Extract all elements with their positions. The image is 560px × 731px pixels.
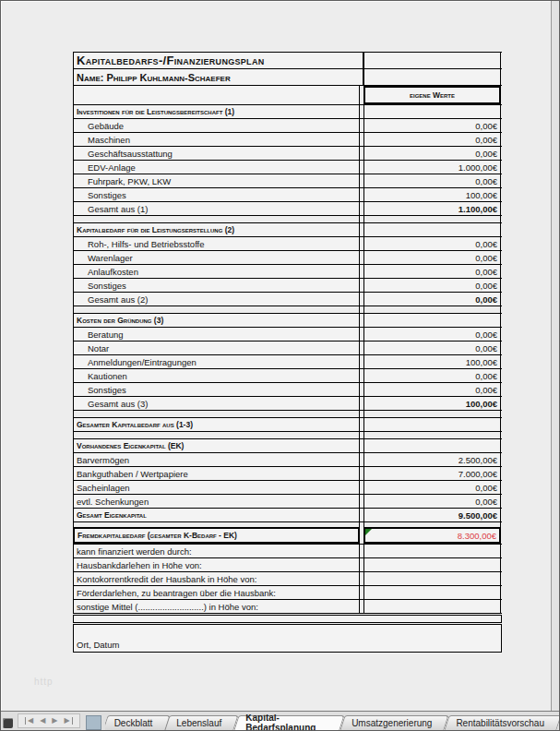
empty-cell[interactable] bbox=[73, 616, 502, 622]
value-cell[interactable]: 0,00€ bbox=[363, 293, 501, 306]
sheet-tab-lebenslauf[interactable]: Lebenslauf bbox=[167, 715, 236, 730]
value-cell[interactable] bbox=[363, 558, 501, 571]
tab-split-handle[interactable] bbox=[86, 715, 101, 730]
value-cell[interactable] bbox=[363, 223, 501, 236]
value-cell[interactable]: 0,00€ bbox=[363, 279, 501, 292]
label-cell[interactable]: Gebäude bbox=[73, 119, 360, 132]
label-cell[interactable]: Name: Philipp Kuhlmann-Schaefer bbox=[73, 69, 363, 85]
label-cell[interactable]: Kapitalbedarf für die Leistungserstellun… bbox=[73, 223, 360, 236]
label-cell[interactable] bbox=[73, 411, 360, 417]
label-cell[interactable]: Kosten der Gründung (3) bbox=[73, 314, 360, 327]
value-cell[interactable]: 0,00€ bbox=[363, 237, 501, 250]
label-cell[interactable]: Kapitalbedarfs-/Finanzierungsplan bbox=[73, 53, 363, 68]
label-cell[interactable]: Sonstiges bbox=[73, 279, 360, 292]
value-cell[interactable] bbox=[363, 306, 501, 313]
value-cell[interactable] bbox=[363, 411, 501, 417]
value-cell[interactable]: 0,00€ bbox=[363, 265, 501, 278]
label-cell[interactable] bbox=[73, 216, 360, 222]
value-cell[interactable] bbox=[363, 572, 501, 585]
sheet-tab-kapital-bedarfsplanung[interactable]: Kapital-Bedarfsplanung bbox=[236, 715, 342, 730]
label-cell[interactable]: Förderdarlehen, zu beantragen über die H… bbox=[73, 586, 360, 599]
sheet-tab-deckblatt[interactable]: Deckblatt bbox=[105, 715, 168, 730]
label-cell[interactable]: Warenlager bbox=[73, 251, 360, 264]
value-cell[interactable] bbox=[363, 600, 501, 613]
value-cell[interactable]: 1.000,00€ bbox=[363, 161, 501, 174]
value-cell[interactable]: 100,00€ bbox=[363, 397, 501, 410]
label-cell[interactable]: Gesamter Kapitalbedarf aus (1-3) bbox=[73, 418, 360, 431]
value-cell[interactable]: 2.500,00€ bbox=[363, 453, 501, 466]
label-cell[interactable]: Beratung bbox=[73, 328, 360, 341]
label-cell[interactable]: Barvermögen bbox=[73, 453, 360, 466]
value-cell[interactable] bbox=[363, 418, 501, 431]
sheet-tab-umsatzgenerierung[interactable]: Umsatzgenerierung bbox=[342, 715, 447, 730]
value-cell[interactable]: 8.300,00€ bbox=[363, 527, 501, 544]
label-cell[interactable]: Investitionen für die Leistungsbereitsch… bbox=[73, 105, 360, 118]
value-cell[interactable]: 100,00€ bbox=[363, 188, 501, 201]
value-cell[interactable] bbox=[363, 439, 501, 452]
capital-plan-table: Kapitalbedarfs-/FinanzierungsplanName: P… bbox=[73, 52, 502, 653]
value-cell[interactable]: 1.100,00€ bbox=[363, 202, 501, 215]
value-cell[interactable]: 0,00€ bbox=[363, 342, 501, 354]
value-cell[interactable]: 0,00€ bbox=[363, 147, 501, 160]
label-cell[interactable]: Gesamt aus (2) bbox=[73, 293, 360, 306]
label-cell[interactable] bbox=[73, 432, 360, 438]
label-cell[interactable]: Hausbankdarlehen in Höhe von: bbox=[73, 558, 360, 571]
value-cell[interactable]: 100,00€ bbox=[363, 355, 501, 368]
vertical-scrollbar[interactable] bbox=[551, 1, 559, 712]
value-cell[interactable]: 0,00€ bbox=[363, 495, 501, 508]
label-cell[interactable]: Gesamt Eigenkapital bbox=[73, 509, 360, 521]
label-cell[interactable]: Bankguthaben / Wertpapiere bbox=[73, 467, 360, 480]
label-cell[interactable]: Anlaufkosten bbox=[73, 265, 360, 278]
value-cell[interactable]: 0,00€ bbox=[363, 481, 501, 494]
table-row: Gesamt aus (2)0,00€ bbox=[73, 292, 502, 306]
table-row: Kapitalbedarf für die Leistungserstellun… bbox=[73, 222, 502, 236]
label-cell[interactable]: Notar bbox=[73, 342, 360, 354]
tab-first-icon[interactable]: ◀ bbox=[25, 717, 33, 725]
label-cell[interactable]: Anmeldungen/Eintragungen bbox=[73, 355, 360, 368]
label-cell[interactable]: Roh-, Hilfs- und Betriebsstoffe bbox=[73, 237, 360, 250]
signature-cell[interactable]: Ort, Datum bbox=[73, 625, 502, 652]
tab-next-icon[interactable]: ▶ bbox=[52, 717, 57, 725]
label-cell[interactable]: kann finanziert werden durch: bbox=[73, 545, 360, 557]
label-cell[interactable] bbox=[73, 306, 360, 313]
value-cell[interactable]: 0,00€ bbox=[363, 369, 501, 382]
label-cell[interactable]: EDV-Anlage bbox=[73, 161, 360, 174]
value-cell[interactable] bbox=[363, 105, 501, 118]
value-cell[interactable]: 0,00€ bbox=[363, 328, 501, 341]
label-cell[interactable]: Gesamt aus (3) bbox=[73, 397, 360, 410]
label-cell[interactable]: Vorhandenes Eigenkapital (EK) bbox=[73, 439, 360, 452]
value-cell[interactable]: 0,00€ bbox=[363, 119, 501, 132]
label-cell[interactable]: Kautionen bbox=[73, 369, 360, 382]
window-grip[interactable] bbox=[3, 718, 13, 728]
label-cell[interactable]: Fremdkapitalbedarf (gesamter K-Bedarf - … bbox=[73, 527, 360, 544]
label-cell[interactable] bbox=[73, 86, 360, 104]
value-cell[interactable] bbox=[363, 69, 501, 85]
value-cell[interactable]: 0,00€ bbox=[363, 383, 501, 396]
value-cell[interactable] bbox=[363, 432, 501, 438]
label-cell[interactable]: Kontokorrentkredit der Hausbank in Höhe … bbox=[73, 572, 360, 585]
label-cell[interactable]: Fuhrpark, PKW, LKW bbox=[73, 174, 360, 187]
table-row: Ort, Datum bbox=[73, 624, 502, 652]
label-cell[interactable]: Sonstiges bbox=[73, 383, 360, 396]
label-cell[interactable]: Sacheinlagen bbox=[73, 481, 360, 494]
value-cell[interactable] bbox=[363, 216, 501, 222]
value-cell[interactable]: 0,00€ bbox=[363, 174, 501, 187]
label-cell[interactable]: sonstige Mittel (.......................… bbox=[73, 600, 360, 613]
value-cell[interactable] bbox=[363, 314, 501, 327]
value-cell[interactable] bbox=[363, 53, 501, 68]
label-cell[interactable]: Maschinen bbox=[73, 133, 360, 146]
value-cell[interactable]: 9.500,00€ bbox=[363, 509, 501, 521]
tab-last-icon[interactable]: ▶ bbox=[64, 717, 72, 725]
value-cell[interactable]: 0,00€ bbox=[363, 251, 501, 264]
value-cell[interactable] bbox=[363, 545, 501, 557]
value-cell[interactable]: eigene Werte bbox=[363, 86, 501, 104]
value-cell[interactable]: 0,00€ bbox=[363, 133, 501, 146]
value-cell[interactable]: 7.000,00€ bbox=[363, 467, 501, 480]
label-cell[interactable]: Gesamt aus (1) bbox=[73, 202, 360, 215]
label-cell[interactable]: Sonstiges bbox=[73, 188, 360, 201]
value-cell[interactable] bbox=[363, 586, 501, 599]
label-cell[interactable]: Geschäftsausstattung bbox=[73, 147, 360, 160]
tab-prev-icon[interactable]: ◀ bbox=[40, 717, 45, 725]
sheet-tab-rentabilitätsvorschau[interactable]: Rentabilitätsvorschau bbox=[447, 715, 559, 730]
label-cell[interactable]: evtl. Schenkungen bbox=[73, 495, 360, 508]
